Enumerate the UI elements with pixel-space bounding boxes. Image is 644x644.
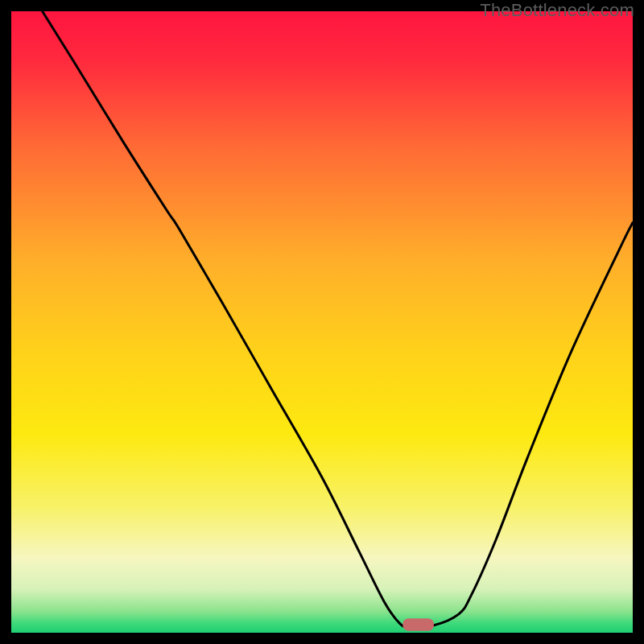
bottleneck-chart [11,11,633,633]
gradient-background [11,11,633,633]
chart-container: TheBottleneck.com [0,0,644,644]
watermark-text: TheBottleneck.com [480,0,634,21]
optimal-marker [402,618,434,630]
plot-area [11,11,633,633]
